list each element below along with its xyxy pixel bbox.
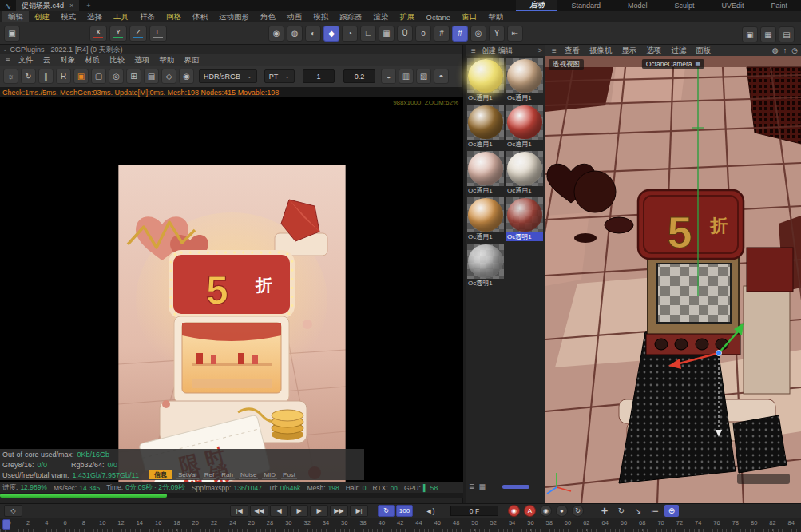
menu-item[interactable]: 体积 [187,11,213,22]
menu-item[interactable]: 渲染 [368,11,395,22]
play-rate-button[interactable]: 100 [396,505,413,517]
texture-mode-icon[interactable]: ◔ [342,26,358,42]
material-picker-icon[interactable]: ◇ [161,69,176,84]
model-mode-icon[interactable]: ◆ [323,26,339,42]
pass-button[interactable]: Post [281,470,297,479]
samples-field[interactable]: 1 [303,69,335,83]
render-view-icon[interactable]: ◉ [268,26,284,42]
render-camera-icon[interactable]: ▧ [416,69,431,84]
denoise-icon[interactable]: ◒ [381,69,396,84]
pass-button[interactable]: Noise [239,470,258,479]
more-arrow-icon[interactable]: > [538,46,542,54]
pick-pin-icon[interactable]: ◉ [179,69,194,84]
lock-resolution-icon[interactable]: ▣ [73,69,89,84]
magnet-snap-icon[interactable]: Ü [397,26,413,42]
timeline-nav-icon[interactable]: ◇ [4,505,22,517]
grid-icon[interactable]: # [434,26,450,42]
scale-tool-icon[interactable]: ↘ [631,505,645,517]
layers-icon[interactable]: ≔ [648,505,662,517]
menu-item[interactable]: 创建 [29,11,55,22]
menu-item[interactable]: 角色 [255,11,281,22]
menu-item[interactable]: 编辑 [2,11,29,22]
layout-tab[interactable]: Sculpt [660,0,708,11]
hamburger-icon[interactable]: ≡ [549,46,560,55]
layout-tab[interactable]: 启动 [516,0,557,11]
viewport-canvas[interactable]: 5 折 [545,56,801,503]
menu-item[interactable]: 工具 [108,11,134,22]
restart-render-icon[interactable]: ↻ [21,69,36,84]
viewport-view-label[interactable]: 透视视图 [549,59,584,70]
jump-start-icon[interactable]: ⇤ [507,26,523,42]
aov-passes-icon[interactable]: ▥ [399,69,414,84]
octane-menu-item[interactable]: 帮助 [154,55,179,66]
camera-label[interactable]: OctaneCamera ▦ [642,59,704,69]
layout-tab[interactable]: Standard [557,0,614,11]
team-render-icon[interactable]: ▤ [779,26,795,42]
pass-button[interactable]: MID [262,470,277,479]
menu-item[interactable]: 窗口 [456,11,482,22]
material-item[interactable]: Oc通用1 [467,151,504,195]
pass-button[interactable]: 信息 [149,470,172,479]
axis-lock-button[interactable]: Y [109,26,127,42]
octane-menu-item[interactable]: 比较 [105,55,129,66]
menu-item[interactable]: 选择 [81,11,108,22]
rotate-tool-icon[interactable]: ↻ [614,505,629,517]
material-item[interactable]: Oc通用1 [467,105,504,149]
octane-menu-item[interactable]: 对象 [55,55,80,66]
material-item[interactable]: Oc通用1 [506,58,543,102]
material-item[interactable]: Oc通用1 [467,197,504,241]
hamburger-icon[interactable]: ≡ [2,56,14,65]
pause-render-icon[interactable]: ∥ [38,69,54,84]
viewport-menu-item[interactable]: 查看 [560,46,585,56]
sound-icon[interactable]: ◄) [421,505,439,517]
menu-item[interactable]: 样条 [134,11,161,22]
picture-viewer-render-icon[interactable]: ▣ [742,26,758,42]
grid-view-icon[interactable]: ▦ [479,482,486,490]
maximize-icon[interactable]: ↑ [783,46,787,54]
new-tab-button[interactable]: + [79,2,97,10]
viewport-menu-item[interactable]: 选项 [641,46,666,56]
material-ball-icon[interactable]: ◐ [305,26,321,42]
close-tab-icon[interactable]: × [69,2,73,10]
menu-item[interactable]: 网格 [161,11,187,22]
menu-item[interactable]: 模式 [55,11,81,22]
layout-tab[interactable]: UVEdit [708,0,757,11]
globe-icon[interactable]: ◍ [772,46,779,54]
record-parameter-button[interactable]: ● [556,505,568,517]
octane-menu-item[interactable]: 选项 [129,55,154,66]
autokey-button[interactable]: A [524,505,536,517]
kernel-select[interactable]: PT ⌄ [264,69,295,83]
prev-frame-button[interactable]: ◀ [270,505,288,517]
timeline-ruler[interactable]: 0246810121416182022242628303234363840424… [0,518,801,532]
materials-scrollbar[interactable] [502,485,529,489]
focus-picker-icon[interactable]: ◎ [109,69,124,84]
unlock-icon[interactable]: ▢ [91,69,106,84]
menu-item[interactable]: 帮助 [482,11,509,22]
quantize-snap-icon[interactable]: ö [415,26,431,42]
material-item[interactable]: Oc通用1 [467,58,504,102]
xyz-lock-icon[interactable]: ⊕ [664,505,679,517]
viewport-menu-item[interactable]: 显示 [617,46,641,56]
menu-item[interactable]: 扩展 [395,11,421,22]
octane-render-viewport[interactable]: 988x1000. ZOOM:62% [0,97,463,482]
list-view-icon[interactable]: ≣ [469,482,475,490]
white-balance-picker-icon[interactable]: ⊞ [126,69,141,84]
octane-menu-item[interactable]: 材质 [80,55,105,66]
octane-menu-item[interactable]: 云 [38,55,56,66]
loop-button[interactable]: ↻ [378,505,395,517]
axis-mode-icon[interactable]: ∟ [360,26,376,42]
render-info-icon[interactable]: ◍ [287,26,303,42]
mirror-icon[interactable]: Y [489,26,505,42]
materials-menu-item[interactable]: 创建 [482,46,496,56]
record-keyframe-button[interactable]: ◉ [508,505,520,517]
goto-end-button[interactable]: ▶| [350,505,368,517]
axis-lock-button[interactable]: Z [129,26,147,42]
grid-snap-icon[interactable]: # [452,26,468,42]
colorspace-select[interactable]: HDR/sRGB ⌄ [199,69,257,83]
timeline-playhead[interactable] [2,519,10,530]
pass-button[interactable]: Rah [220,470,235,479]
move-tool-icon[interactable]: ✚ [597,505,612,517]
next-frame-button[interactable]: ▶ [310,505,328,517]
region-render-icon[interactable]: R [56,69,71,84]
material-item[interactable]: Oc通用1 [506,151,543,195]
